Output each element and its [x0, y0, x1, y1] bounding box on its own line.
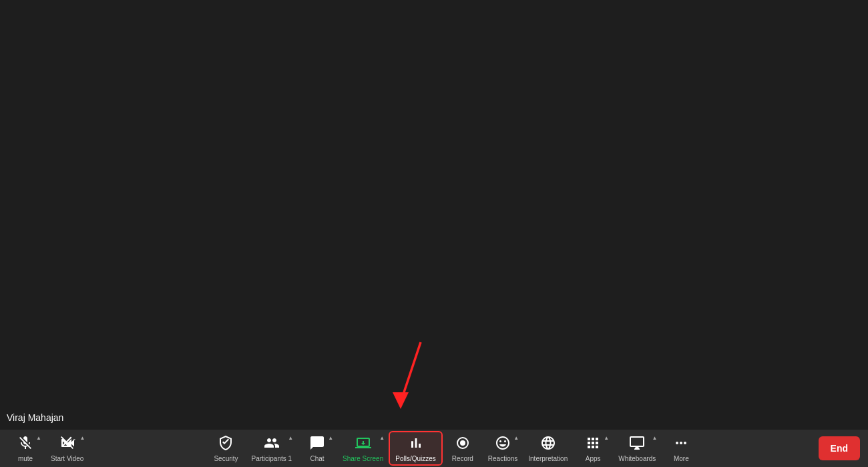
apps-icon: [585, 435, 601, 454]
record-label: Record: [452, 455, 473, 462]
record-button[interactable]: Record: [443, 431, 483, 466]
reactions-icon: [495, 435, 511, 454]
main-video-area: Viraj Mahajan: [0, 0, 868, 430]
more-icon: [673, 435, 689, 454]
reactions-caret: ▲: [513, 435, 519, 441]
apps-label: Apps: [586, 455, 601, 462]
record-icon: [455, 435, 471, 454]
security-label: Security: [214, 455, 238, 462]
end-button[interactable]: End: [819, 436, 860, 460]
more-button[interactable]: More: [661, 431, 701, 466]
toolbar: ▲ mute ▲ Start Video: [0, 430, 868, 467]
whiteboards-button[interactable]: ▲ Whiteboards: [613, 431, 661, 466]
share-screen-label: Share Screen: [343, 455, 383, 462]
chat-caret: ▲: [328, 435, 333, 441]
share-screen-icon: [355, 435, 371, 454]
interpretation-icon: [540, 435, 556, 454]
apps-button[interactable]: ▲ Apps: [573, 431, 613, 466]
start-video-label: Start Video: [51, 455, 83, 462]
participants-caret: ▲: [288, 435, 293, 441]
participants-button[interactable]: ▲ Participants 1: [246, 431, 297, 466]
interpretation-button[interactable]: Interpretation: [523, 431, 573, 466]
security-icon: [218, 435, 234, 454]
start-video-caret: ▲: [79, 435, 85, 441]
polls-quizzes-button[interactable]: Polls/Quizzes: [389, 431, 443, 466]
reactions-button[interactable]: ▲ Reactions: [483, 431, 523, 466]
more-label: More: [674, 455, 689, 462]
chat-label: Chat: [310, 455, 324, 462]
whiteboards-icon: [629, 435, 645, 454]
share-screen-button[interactable]: ▲ Share Screen: [337, 431, 389, 466]
chat-button[interactable]: ▲ Chat: [297, 431, 337, 466]
interpretation-label: Interpretation: [528, 455, 568, 462]
whiteboards-label: Whiteboards: [618, 455, 656, 462]
whiteboards-caret: ▲: [652, 435, 657, 441]
user-name-label: Viraj Mahajan: [7, 412, 63, 423]
share-screen-caret: ▲: [379, 435, 385, 441]
svg-point-3: [460, 440, 465, 446]
mute-icon: [17, 435, 33, 454]
toolbar-right: End: [819, 436, 863, 460]
participants-icon: [264, 435, 280, 454]
start-video-icon: [59, 435, 75, 454]
mute-label: mute: [18, 455, 33, 462]
chat-icon: [309, 435, 325, 454]
apps-caret: ▲: [604, 435, 609, 441]
toolbar-center: Security ▲ Participants 1 ▲ Chat ▲: [89, 431, 818, 466]
participants-label: Participants 1: [251, 455, 292, 462]
toolbar-left: ▲ mute ▲ Start Video: [5, 431, 89, 466]
mute-caret: ▲: [36, 435, 41, 441]
security-button[interactable]: Security: [206, 431, 246, 466]
mute-button[interactable]: ▲ mute: [5, 431, 45, 466]
polls-quizzes-icon: [408, 435, 424, 454]
reactions-label: Reactions: [488, 455, 517, 462]
polls-quizzes-label: Polls/Quizzes: [395, 455, 436, 462]
start-video-button[interactable]: ▲ Start Video: [45, 431, 89, 466]
